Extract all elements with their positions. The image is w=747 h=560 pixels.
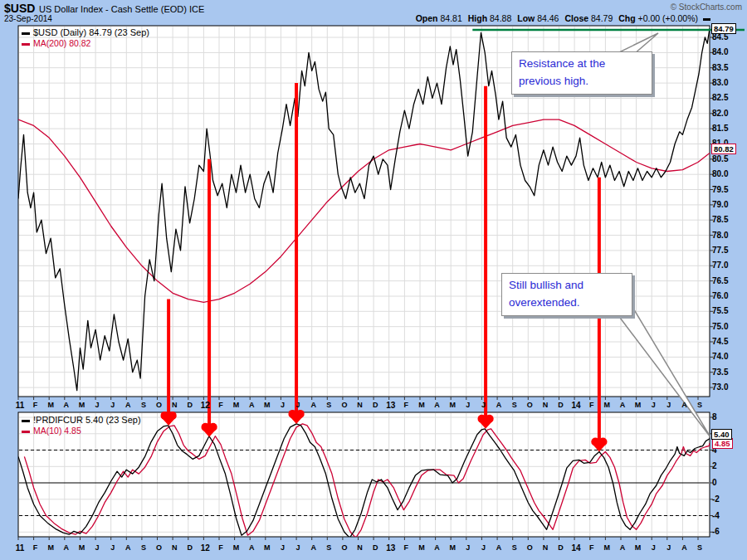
main-axis-tick-label: 78.0 <box>712 231 728 240</box>
date-axis-label: F <box>213 543 228 552</box>
close-label: Close <box>564 13 588 23</box>
date-axis-label: O <box>152 401 167 409</box>
chg-value: +0.00 (+0.00%) <box>638 13 698 23</box>
date-axis-label: J <box>646 543 661 552</box>
main-axis-tick-label: 76.5 <box>712 276 728 285</box>
date-axis-label: A <box>59 543 74 552</box>
date-axis-label: A <box>615 543 630 552</box>
date-axis-label: 12 <box>198 401 212 410</box>
date-axis-label: 11 <box>12 401 27 410</box>
date-axis-label: A <box>430 401 445 409</box>
main-axis-tick-label: 75.0 <box>712 322 728 331</box>
prdifcur-line-swatch <box>22 420 30 422</box>
date-axis-label: J <box>476 401 491 409</box>
date-axis-label: S <box>321 543 336 552</box>
main-axis-tick-label: 84.0 <box>712 47 728 56</box>
date-axis-label: S <box>692 401 707 409</box>
chart-title: US Dollar Index - Cash Settle (EOD) ICE <box>39 4 204 14</box>
date-axis-label: F <box>398 401 413 409</box>
date-axis-label: O <box>522 543 537 552</box>
date-axis-label: S <box>321 401 336 409</box>
lower-axis-tick-label: 8 <box>712 412 717 421</box>
date-axis-label: 13 <box>383 543 398 553</box>
main-axis-tick-label: 79.0 <box>712 200 728 209</box>
date-axis-label: 13 <box>383 401 398 410</box>
date-axis-label: O <box>337 401 352 409</box>
date-axis-label: A <box>491 543 506 552</box>
main-axis-tick-label: 81.5 <box>712 124 728 133</box>
date-axis-label: S <box>507 543 522 552</box>
low-label: Low <box>517 13 535 23</box>
date-axis-label: J <box>461 401 476 409</box>
ma200-price-flag: 80.82 <box>711 144 736 154</box>
lower-legend-ma: MA(10) 4.85 <box>22 426 81 436</box>
date-axis-label: J <box>290 401 305 409</box>
main-axis-tick-label: 80.5 <box>712 154 728 163</box>
date-axis-label: A <box>676 543 691 552</box>
main-axis-tick-label: 73.0 <box>712 382 728 392</box>
date-axis-label: 14 <box>569 401 583 410</box>
date-axis-label: M <box>631 401 646 409</box>
date-axis-label: M <box>631 543 646 552</box>
main-axis-tick-label: 82.0 <box>712 109 728 118</box>
main-axis-tick-label: 75.5 <box>712 306 728 315</box>
main-axis-tick-label: 78.5 <box>712 215 728 224</box>
annotation-resistance[interactable]: Resistance at the previous high. <box>511 51 652 95</box>
date-axis-label: A <box>244 401 259 409</box>
date-axis-label: M <box>229 401 244 409</box>
date-axis-label: J <box>90 543 105 552</box>
main-axis-tick-label: 77.5 <box>712 246 728 255</box>
date-axis-label: 11 <box>12 543 27 553</box>
line-style-swatch <box>703 18 710 21</box>
date-axis-label: N <box>353 401 368 409</box>
date-axis-label: M <box>260 401 275 409</box>
date-axis-label: A <box>615 401 630 409</box>
date-axis-label: D <box>368 543 383 552</box>
date-axis-label: J <box>461 543 476 552</box>
date-axis-label: J <box>662 543 676 552</box>
main-axis-tick-label: 73.5 <box>712 368 728 377</box>
date-axis-label: N <box>538 401 553 409</box>
date-axis-label: M <box>445 401 460 409</box>
date-axis-label: F <box>213 401 228 409</box>
date-axis-label: J <box>275 543 290 552</box>
date-axis-label: A <box>244 543 259 552</box>
annotation-bullish[interactable]: Still bullish and overextended. <box>501 273 632 316</box>
date-axis-label: S <box>692 543 707 552</box>
date-axis-label: A <box>430 543 445 552</box>
prdifcur-value-flag: 5.40 <box>711 429 732 440</box>
ohlc-quote-row: Open 84.81High 84.88Low 84.46Close 84.79… <box>410 13 710 23</box>
lower-legend-primary: !PRDIFCUR 5.40 (23 Sep) <box>22 415 141 425</box>
lower-axis-tick-label: 0 <box>712 478 717 487</box>
date-axis-label: D <box>183 543 198 552</box>
last-price-flag: 84.79 <box>711 23 736 34</box>
date-axis-label: O <box>152 543 167 552</box>
price-line-swatch <box>22 32 30 35</box>
date-axis-label: M <box>43 543 58 552</box>
lower-axis-tick-label: 2 <box>712 461 717 470</box>
date-axis-label: M <box>599 401 614 409</box>
date-axis-label: D <box>554 401 569 409</box>
main-axis-tick-label: 80.0 <box>712 169 728 178</box>
main-axis-tick-label: 76.0 <box>712 291 728 300</box>
stockcharts-copyright-link[interactable]: © StockCharts.com <box>671 2 742 12</box>
date-axis-label: O <box>522 401 537 409</box>
date-axis-label: M <box>414 543 429 552</box>
date-axis-label: F <box>28 543 43 552</box>
date-axis-label: J <box>90 401 105 409</box>
date-axis-label: A <box>306 543 321 552</box>
date-axis-label: F <box>398 543 413 552</box>
date-axis-label: S <box>136 401 151 409</box>
date-axis-label: F <box>584 401 599 409</box>
date-axis-label: F <box>28 401 43 409</box>
date-axis-label: F <box>584 543 599 552</box>
close-value: 84.79 <box>591 13 613 23</box>
main-legend-ma: MA(200) 80.82 <box>22 38 90 48</box>
date-axis-label: O <box>337 543 352 552</box>
date-axis-label: N <box>167 401 182 409</box>
date-axis-label: A <box>120 401 135 409</box>
date-axis-label: D <box>183 401 198 409</box>
high-value: 84.88 <box>490 13 511 23</box>
date-axis-label: J <box>105 401 120 409</box>
date-axis-label: N <box>353 543 368 552</box>
